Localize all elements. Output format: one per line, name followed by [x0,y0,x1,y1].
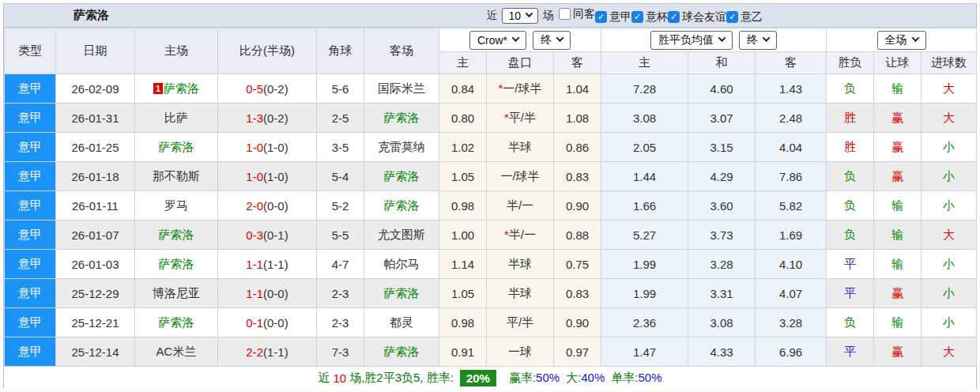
stat-label: 单率: [611,371,638,384]
odds-home-cell: 1.05 [439,279,487,308]
date-cell: 25-12-29 [56,279,135,308]
halftime-score: (0-2) [263,82,288,96]
checkbox-icon [559,8,571,20]
home-team-cell: 1萨索洛 [135,74,218,104]
recent-count-select[interactable]: 10 [502,8,538,24]
checkbox-icon: ✓ [726,11,738,23]
result-cell: 平 [827,337,874,367]
result-cell: 负 [827,162,874,191]
corner-cell: 5-4 [317,162,364,191]
summary-footer: 近10场,胜2平3负5, 胜率: 20% 赢率:50%大:40%单率:50% [4,367,976,389]
let-result-cell: 赢 [874,337,922,367]
avg-home-cell: 2.36 [601,308,688,337]
date-cell: 25-12-21 [56,308,135,337]
avg-home-cell: 1.44 [601,162,688,191]
result-cell: 负 [827,220,874,250]
col-header-let: 让球 [874,52,922,74]
col-header-home: 主场 [135,28,218,74]
avg-away-cell: 7.86 [756,162,827,191]
corner-cell: 3-5 [317,133,364,162]
avg-away-cell: 5.82 [756,191,827,220]
goals-result-cell: 小 [922,162,977,191]
score-cell: 2-2(1-1) [218,337,317,367]
avg-away-cell: 1.43 [756,74,827,104]
home-team-cell: 罗马 [135,191,218,220]
avg-home-cell: 1.99 [601,250,688,279]
team-name: 那不勒斯 [153,169,200,183]
avg-away-cell: 1.69 [756,220,827,250]
avg-home-cell: 3.08 [601,104,688,133]
avg-time-select[interactable]: 终 [739,31,777,50]
goals-result-cell: 小 [922,279,977,308]
avg-draw-cell: 3.31 [688,279,756,308]
avg-draw-cell: 3.28 [688,250,756,279]
halftime-score: (0-0) [263,199,288,213]
chevron-down-icon [556,34,564,42]
fulltime-score: 1-3 [246,111,263,125]
fulltime-score: 1-0 [246,170,263,183]
avg-draw-cell: 4.60 [688,74,756,104]
team-name: 罗马 [164,198,188,212]
date-cell: 26-01-11 [56,191,135,220]
result-cell: 负 [827,308,874,337]
checkbox-label: 意杯 [646,10,668,24]
handicap-cell: 半球 [487,133,554,162]
league-checkbox-1[interactable]: ✓意甲 [595,10,631,24]
footer-stat-0: 赢率:50% [509,371,560,384]
table-row: 意甲25-12-14AC米兰2-2(1-1)7-3萨索洛0.91一球0.971.… [5,337,977,367]
team-name: 萨索洛 [384,345,420,358]
league-checkbox-0[interactable]: 同客 [559,7,595,21]
fulltime-score: 0-5 [246,82,263,96]
handicap-cell: 平/半 [487,308,554,337]
company-select[interactable]: Crow* [469,31,526,50]
team-name: 都灵 [390,315,413,329]
date-cell: 26-01-25 [56,133,135,162]
chevron-down-icon [526,9,533,17]
home-team-cell: 萨索洛 [135,308,218,337]
corner-cell: 2-3 [317,308,364,337]
odds-away-cell: 1.04 [554,74,601,104]
checkbox-label: 意甲 [609,10,631,24]
team-name: 萨索洛 [384,286,420,300]
away-team-cell: 萨索洛 [364,104,439,133]
corner-cell: 5-5 [317,220,364,250]
fulltime-score: 2-2 [246,345,263,359]
avg-select[interactable]: 胜平负均值 [650,31,733,50]
team-name: 尤文图斯 [378,228,425,241]
odds-home-cell: 1.14 [439,250,487,279]
avg-away-cell: 2.48 [756,104,827,133]
home-team-cell: AC米兰 [135,337,218,367]
league-checkbox-4[interactable]: ✓意乙 [726,10,763,24]
handicap-cell: *平/半 [487,104,554,133]
avg-away-cell: 4.04 [756,133,827,162]
checkbox-icon: ✓ [595,11,607,23]
odds-away-cell: 0.90 [554,191,601,220]
date-cell: 26-01-03 [56,250,135,279]
recent-label: 近 [486,9,497,23]
fulltime-score: 1-1 [246,258,263,271]
stat-value: 50% [638,371,662,384]
let-result-cell: 赢 [874,162,922,191]
scope-select[interactable]: 全场 [877,31,926,50]
col-header-handicap: 盘口 [487,52,554,74]
odds-home-cell: 0.98 [439,308,487,337]
avg-time-value: 终 [747,33,758,47]
let-result-cell: 赢 [874,104,922,133]
col-header-result: 胜负 [827,52,874,74]
odds-away-cell: 0.97 [554,337,601,367]
fulltime-score: 2-0 [246,199,263,213]
recent-count-value: 10 [508,9,521,22]
league-checkbox-2[interactable]: ✓意杯 [631,10,668,24]
col-header-type: 类型 [5,28,56,74]
odds-away-cell: 0.86 [554,133,601,162]
avg-draw-cell: 3.15 [688,133,756,162]
result-cell: 平 [827,250,874,279]
handicap-cell: 一/球半 [487,162,554,191]
rank-badge: 1 [153,83,163,94]
avg-draw-cell: 3.73 [688,220,756,250]
league-checkbox-3[interactable]: ✓球会友谊 [668,10,726,24]
odds-away-cell: 0.75 [554,250,601,279]
filter-bar: 近 10 场 同客✓意甲✓意杯✓球会友谊✓意乙 [486,7,763,24]
odds-home-cell: 0.91 [439,337,487,367]
company-time-select[interactable]: 终 [533,31,571,50]
